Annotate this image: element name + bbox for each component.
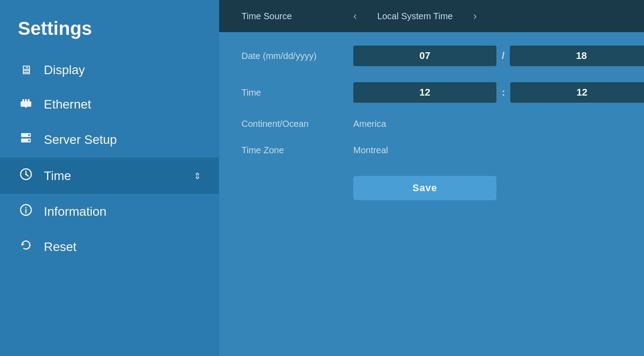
date-day-input[interactable] — [510, 46, 644, 66]
svg-point-8 — [28, 140, 30, 142]
timezone-label: Time Zone — [242, 145, 340, 155]
time-minutes-input[interactable] — [510, 82, 644, 103]
sidebar-item-server-setup[interactable]: Server Setup — [0, 121, 219, 158]
sidebar-item-ethernet[interactable]: Ethernet — [0, 87, 219, 121]
monitor-icon — [18, 63, 34, 77]
sidebar-item-time-label: Time — [44, 169, 184, 183]
timezone-row: Time Zone Montreal — [242, 145, 644, 155]
svg-rect-1 — [22, 99, 24, 102]
time-source-nav: ‹ Local System Time › — [349, 8, 644, 24]
save-button-row: Save — [242, 176, 644, 200]
info-icon — [18, 204, 34, 219]
sidebar-item-reset[interactable]: Reset — [0, 229, 219, 264]
svg-rect-4 — [25, 105, 27, 108]
svg-point-12 — [25, 174, 27, 175]
sidebar-item-display[interactable]: Display — [0, 53, 219, 87]
sidebar-item-info-label: Information — [44, 205, 201, 219]
date-value: / / — [353, 46, 644, 66]
time-hours-input[interactable] — [353, 82, 496, 103]
sidebar-item-ethernet-label: Ethernet — [44, 97, 201, 112]
svg-point-14 — [25, 207, 27, 209]
sidebar-item-reset-label: Reset — [44, 240, 201, 254]
server-icon — [18, 131, 34, 148]
ethernet-icon — [18, 97, 34, 112]
continent-value-text: America — [353, 119, 386, 129]
date-sep1: / — [502, 50, 504, 62]
sidebar-item-display-label: Display — [44, 63, 201, 77]
date-month-input[interactable] — [353, 46, 496, 66]
main-content: Time Source ‹ Local System Time › Date (… — [219, 0, 644, 356]
time-source-label: Time Source — [242, 11, 340, 21]
settings-content: Date (mm/dd/yyyy) / / Time : : Continent… — [219, 32, 644, 214]
sidebar-title: Settings — [0, 13, 219, 53]
time-value: : : — [353, 82, 644, 103]
time-source-next-button[interactable]: › — [469, 8, 481, 24]
time-label: Time — [242, 88, 340, 98]
sidebar-item-time[interactable]: Time ⇕ — [0, 158, 219, 194]
time-source-prev-button[interactable]: ‹ — [349, 8, 361, 24]
time-sep1: : — [502, 87, 505, 98]
sidebar-item-information[interactable]: Information — [0, 194, 219, 229]
svg-rect-3 — [28, 99, 30, 102]
svg-marker-16 — [22, 243, 25, 246]
svg-point-7 — [28, 134, 30, 136]
continent-row: Continent/Ocean America — [242, 119, 644, 129]
date-label: Date (mm/dd/yyyy) — [242, 51, 340, 61]
time-source-value: Local System Time — [370, 11, 460, 21]
expand-icon: ⇕ — [194, 171, 201, 181]
timezone-value-text: Montreal — [353, 145, 388, 155]
sidebar-item-server-label: Server Setup — [44, 133, 201, 147]
sidebar: Settings Display Ethernet Server Set — [0, 0, 219, 356]
svg-rect-2 — [25, 99, 27, 102]
time-row: Time : : — [242, 82, 644, 103]
continent-value: America — [353, 119, 386, 129]
reset-icon — [18, 239, 34, 255]
save-button[interactable]: Save — [353, 176, 496, 200]
time-source-row: Time Source ‹ Local System Time › — [219, 0, 644, 32]
date-row: Date (mm/dd/yyyy) / / — [242, 46, 644, 66]
time-icon — [18, 168, 34, 184]
continent-label: Continent/Ocean — [242, 119, 340, 129]
timezone-value: Montreal — [353, 145, 388, 155]
